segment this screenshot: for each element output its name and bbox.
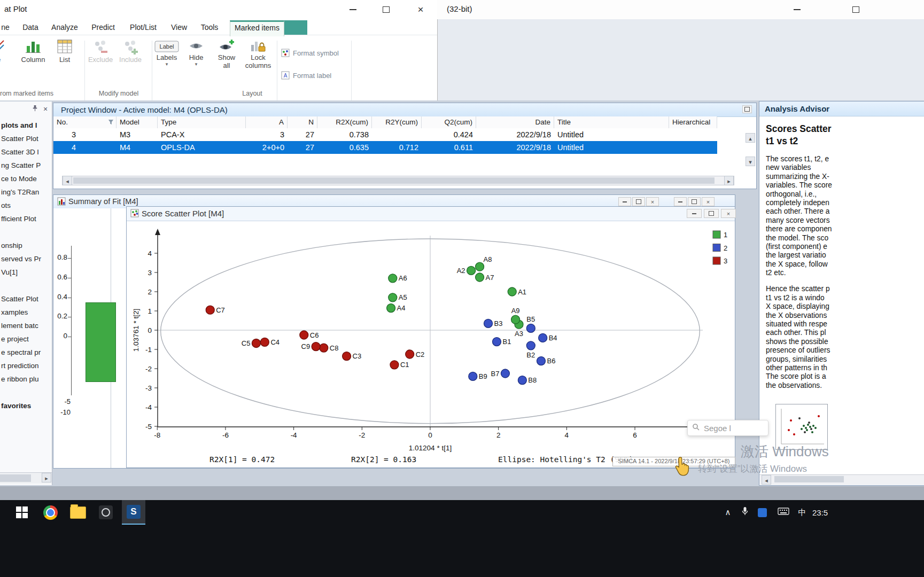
ribbon-tab-plot-list[interactable]: Plot/List bbox=[127, 20, 159, 35]
pin-icon[interactable] bbox=[30, 105, 40, 113]
sidebar-item[interactable]: served vs Pr bbox=[0, 252, 52, 266]
tray-microphone[interactable] bbox=[737, 500, 752, 525]
include-button[interactable]: Include bbox=[117, 36, 144, 91]
scatter-point-A5[interactable] bbox=[389, 293, 397, 302]
model-table-row-m4[interactable]: 4M4OPLS-DA2+0+0270.6350.7120.6112022/9/1… bbox=[53, 141, 717, 154]
hide-button[interactable]: Hide ▾ bbox=[184, 36, 208, 91]
column-header-r2ycum[interactable]: R2Y(cum) bbox=[372, 116, 422, 128]
column-header-a[interactable]: A bbox=[246, 116, 288, 128]
bg-minimize-button[interactable] bbox=[785, 0, 809, 19]
exclude-button[interactable]: Exclude bbox=[87, 36, 114, 91]
table-horizontal-scrollbar[interactable]: ◂ ▸ bbox=[62, 176, 734, 185]
ribbon-tab-analyze[interactable]: Analyze bbox=[49, 20, 80, 35]
close-panel-icon[interactable]: × bbox=[41, 105, 50, 113]
chrome-taskbar-icon[interactable] bbox=[38, 500, 62, 525]
format-symbol-button[interactable]: Format symbol bbox=[281, 47, 351, 59]
sidebar-scrollbar[interactable]: ▸ bbox=[0, 472, 52, 484]
scatter-point-C5[interactable] bbox=[252, 339, 260, 347]
summary-restore-button[interactable] bbox=[632, 197, 645, 206]
scatter-point-C7[interactable] bbox=[206, 306, 214, 314]
summary-minimize-button[interactable] bbox=[618, 197, 631, 206]
score-close-button[interactable]: × bbox=[721, 209, 736, 218]
table-scroll-right-icon[interactable]: ▸ bbox=[724, 176, 734, 185]
ribbon-tab-data[interactable]: Data bbox=[19, 20, 42, 35]
sidebar-item[interactable]: onship bbox=[0, 239, 52, 252]
sidebar-item[interactable]: rt prediction bbox=[0, 359, 52, 372]
close-button[interactable]: × bbox=[408, 0, 433, 19]
scatter-point-B5[interactable] bbox=[526, 324, 535, 332]
scatter-point-B9[interactable] bbox=[469, 372, 477, 380]
sidebar-item[interactable]: plots and l bbox=[0, 119, 52, 132]
model-table-row-m3[interactable]: 3M3PCA-X3270.7380.4242022/9/18Untitled bbox=[53, 128, 717, 141]
column-header-r2xcum[interactable]: R2X(cum) bbox=[317, 116, 372, 128]
scatter-point-B7[interactable] bbox=[501, 369, 509, 378]
line-plot-button[interactable]: ne bbox=[0, 36, 12, 91]
tray-app-icon[interactable] bbox=[755, 500, 770, 525]
ribbon-tab-predict[interactable]: Predict bbox=[89, 20, 118, 35]
tray-show-hidden-icons[interactable]: ∧ bbox=[720, 500, 735, 525]
labels-button[interactable]: Label Labels ▾ bbox=[154, 36, 180, 91]
scatter-point-C9[interactable] bbox=[312, 342, 320, 351]
sidebar-item[interactable]: e ribbon plu bbox=[0, 372, 52, 386]
tray-ime-badge[interactable]: 中 bbox=[794, 500, 810, 525]
scatter-point-C2[interactable] bbox=[406, 350, 414, 358]
column-header-n[interactable]: N bbox=[288, 116, 317, 128]
ribbon-tab-view[interactable]: View bbox=[168, 20, 190, 35]
minimize-button[interactable] bbox=[340, 0, 365, 19]
scatter-point-A6[interactable] bbox=[389, 274, 397, 283]
scatter-point-C8[interactable] bbox=[320, 344, 328, 352]
maximize-button[interactable] bbox=[374, 0, 398, 19]
ribbon-tab-tools[interactable]: Tools bbox=[198, 20, 221, 35]
sidebar-item[interactable]: Scatter 3D l bbox=[0, 145, 52, 159]
scatter-point-C6[interactable] bbox=[300, 331, 308, 339]
window-close-button[interactable]: × bbox=[702, 197, 715, 206]
ribbon-tab-marked-items[interactable]: Marked items bbox=[230, 20, 284, 36]
sidebar-item[interactable]: lement batc bbox=[0, 319, 52, 332]
sidebar-scroll-thumb[interactable] bbox=[0, 474, 31, 482]
show-all-button[interactable]: Show all bbox=[213, 36, 240, 91]
scatter-point-B8[interactable] bbox=[518, 376, 526, 385]
column-header-type[interactable]: Type bbox=[158, 116, 246, 128]
app-taskbar-icon[interactable] bbox=[94, 500, 118, 525]
scatter-point-B3[interactable] bbox=[484, 319, 493, 328]
summary-close-button[interactable]: × bbox=[646, 197, 659, 206]
column-header-no[interactable]: No. bbox=[53, 116, 117, 128]
summary-bar[interactable] bbox=[86, 302, 116, 382]
project-window-menu-icon[interactable] bbox=[742, 105, 752, 113]
table-scroll-left-icon[interactable]: ◂ bbox=[63, 176, 72, 185]
window-restore-button[interactable] bbox=[688, 197, 701, 206]
sidebar-item[interactable]: e spectral pr bbox=[0, 346, 52, 359]
sidebar-item[interactable]: Vu[1] bbox=[0, 266, 52, 279]
format-label-button[interactable]: A Format label bbox=[281, 69, 351, 81]
score-restore-button[interactable] bbox=[704, 209, 719, 218]
column-plot-button[interactable]: Column bbox=[18, 36, 48, 91]
table-scroll-down-icon[interactable]: ▾ bbox=[746, 157, 755, 166]
sidebar-item[interactable]: favorites bbox=[0, 399, 52, 412]
lock-columns-button[interactable]: Lock columns bbox=[242, 36, 275, 91]
scatter-point-C4[interactable] bbox=[260, 338, 269, 346]
scatter-point-B1[interactable] bbox=[492, 338, 501, 346]
score-minimize-button[interactable] bbox=[687, 209, 702, 218]
start-button[interactable] bbox=[10, 500, 34, 525]
scatter-point-B6[interactable] bbox=[537, 357, 545, 365]
column-header-date[interactable]: Date bbox=[476, 116, 554, 128]
table-scroll-up-icon[interactable]: ▴ bbox=[746, 133, 755, 143]
scatter-point-A8[interactable] bbox=[476, 262, 484, 271]
table-scroll-thumb[interactable] bbox=[73, 177, 715, 184]
bg-maximize-button[interactable] bbox=[843, 0, 868, 19]
sidebar-item[interactable]: Scatter Plot bbox=[0, 132, 52, 145]
scatter-point-A9[interactable] bbox=[511, 315, 520, 324]
list-button[interactable]: List bbox=[51, 36, 78, 91]
sidebar-item[interactable]: ing's T2Ran bbox=[0, 185, 52, 199]
sidebar-item[interactable]: fficient Plot bbox=[0, 212, 52, 225]
scatter-point-A2[interactable] bbox=[467, 266, 476, 275]
score-scatter-plot[interactable]: 43210-1-2-3-4-5-8-6-4-202461.01204 * t[1… bbox=[127, 221, 735, 467]
sidebar-item[interactable]: ots bbox=[0, 199, 52, 212]
sidebar-item[interactable]: e project bbox=[0, 332, 52, 346]
advisor-scrollbar[interactable]: ◂ bbox=[759, 474, 924, 485]
filter-funnel-icon[interactable] bbox=[108, 119, 114, 125]
scatter-point-B4[interactable] bbox=[539, 333, 547, 342]
sidebar-item[interactable]: ce to Mode bbox=[0, 172, 52, 185]
window-minimize-button[interactable] bbox=[674, 197, 687, 206]
scatter-point-B2[interactable] bbox=[526, 341, 535, 350]
